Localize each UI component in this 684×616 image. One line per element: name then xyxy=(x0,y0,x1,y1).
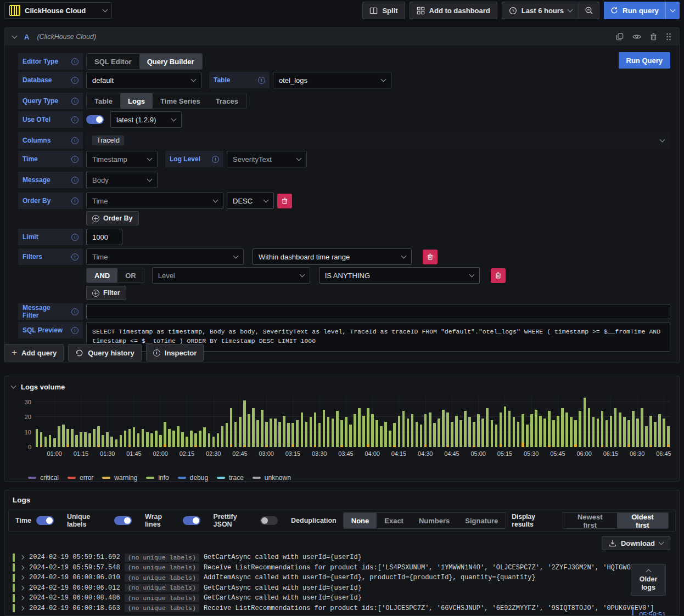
bar[interactable] xyxy=(520,396,525,447)
time-column-select[interactable]: Timestamp xyxy=(86,151,158,167)
bar[interactable] xyxy=(225,396,229,447)
unique-labels-toggle[interactable] xyxy=(114,516,132,525)
bar[interactable] xyxy=(591,396,596,447)
logs-volume-header[interactable]: Logs volume xyxy=(12,381,672,393)
bar[interactable] xyxy=(185,396,189,447)
bar[interactable] xyxy=(490,396,494,447)
download-button[interactable]: Download xyxy=(602,536,670,550)
drag-handle-icon[interactable] xyxy=(666,33,671,41)
bar[interactable] xyxy=(313,396,317,447)
hide-response-eye-icon[interactable] xyxy=(632,33,641,41)
bar[interactable] xyxy=(498,396,503,447)
bar[interactable] xyxy=(74,396,79,447)
info-icon[interactable]: i xyxy=(71,234,79,241)
bar[interactable] xyxy=(361,396,366,447)
log-row[interactable]: 2024-02-19 06:00:18.663(no unique labels… xyxy=(13,603,676,614)
log-level-select[interactable]: SeverityText xyxy=(227,151,307,167)
expand-log-chevron-icon[interactable] xyxy=(20,555,24,560)
info-icon[interactable]: i xyxy=(71,116,79,123)
bar[interactable] xyxy=(65,396,70,447)
bar[interactable] xyxy=(171,396,176,447)
bar[interactable] xyxy=(229,396,233,447)
info-icon[interactable]: i xyxy=(71,177,79,184)
bar[interactable] xyxy=(238,396,242,447)
bar[interactable] xyxy=(658,396,662,447)
bar[interactable] xyxy=(39,396,43,447)
option-or[interactable]: OR xyxy=(117,268,144,282)
info-icon[interactable]: i xyxy=(212,156,219,163)
bar[interactable] xyxy=(445,396,450,447)
run-query-button[interactable]: Run query xyxy=(604,2,665,19)
bar[interactable] xyxy=(158,396,162,447)
bar[interactable] xyxy=(132,396,136,447)
remove-order-by-button[interactable] xyxy=(277,194,292,208)
bar[interactable] xyxy=(414,396,419,447)
bar[interactable] xyxy=(105,396,110,447)
expand-log-chevron-icon[interactable] xyxy=(20,596,24,600)
option-none[interactable]: None xyxy=(344,513,377,528)
bar[interactable] xyxy=(251,396,255,447)
bar[interactable] xyxy=(242,396,246,447)
legend-item-unknown[interactable]: unknown xyxy=(253,474,291,482)
info-icon[interactable]: i xyxy=(71,98,79,105)
bar[interactable] xyxy=(644,396,648,447)
bar[interactable] xyxy=(273,396,278,447)
bar[interactable] xyxy=(366,396,371,447)
bar[interactable] xyxy=(609,396,613,447)
bar[interactable] xyxy=(348,396,352,447)
bar[interactable] xyxy=(574,396,578,447)
bar[interactable] xyxy=(613,396,618,447)
filter-operator-select[interactable]: Within dashboard time range xyxy=(253,248,412,265)
bar[interactable] xyxy=(393,396,397,447)
bar[interactable] xyxy=(472,396,476,447)
bar[interactable] xyxy=(410,396,414,447)
bar[interactable] xyxy=(428,396,432,447)
expand-log-chevron-icon[interactable] xyxy=(20,566,24,570)
bar[interactable] xyxy=(317,396,322,447)
option-newest-first[interactable]: Newest first xyxy=(563,513,617,528)
bar[interactable] xyxy=(83,396,88,447)
bar[interactable] xyxy=(339,396,344,447)
bar[interactable] xyxy=(379,396,384,447)
legend-item-error[interactable]: error xyxy=(68,474,93,482)
bar[interactable] xyxy=(534,396,538,447)
bar[interactable] xyxy=(145,396,149,447)
bar[interactable] xyxy=(596,396,600,447)
time-range-picker[interactable]: Last 6 hours xyxy=(502,2,579,19)
legend-item-debug[interactable]: debug xyxy=(178,474,208,482)
bar[interactable] xyxy=(618,396,622,447)
info-icon[interactable]: i xyxy=(71,77,79,84)
add-query-button[interactable]: +Add query xyxy=(4,344,64,361)
collapse-chevron-icon[interactable] xyxy=(12,33,18,39)
bar[interactable] xyxy=(189,396,194,447)
bar[interactable] xyxy=(309,396,313,447)
bar[interactable] xyxy=(494,396,498,447)
bar[interactable] xyxy=(127,396,132,447)
option-sql-editor[interactable]: SQL Editor xyxy=(87,54,139,69)
filter-field-select[interactable]: Time xyxy=(86,248,244,265)
bar[interactable] xyxy=(481,396,485,447)
bar[interactable] xyxy=(371,396,375,447)
query-row-header[interactable]: A (ClickHouse Cloud) xyxy=(5,28,679,46)
bar[interactable] xyxy=(388,396,393,447)
bar[interactable] xyxy=(384,396,388,447)
log-row[interactable]: 2024-02-19 05:59:57.548(no unique labels… xyxy=(13,563,676,573)
otel-version-select[interactable]: latest (1.2.9) xyxy=(110,111,182,128)
option-logs[interactable]: Logs xyxy=(120,93,153,109)
bar[interactable] xyxy=(587,396,591,447)
bar[interactable] xyxy=(485,396,490,447)
bar[interactable] xyxy=(542,396,547,447)
bar[interactable] xyxy=(344,396,348,447)
bar[interactable] xyxy=(123,396,127,447)
bar[interactable] xyxy=(43,396,48,447)
bar[interactable] xyxy=(181,396,185,447)
info-icon[interactable]: i xyxy=(71,197,79,205)
bar[interactable] xyxy=(600,396,604,447)
bar[interactable] xyxy=(300,396,304,447)
log-row[interactable]: 2024-02-19 06:00:06.010(no unique labels… xyxy=(13,573,676,583)
bar[interactable] xyxy=(635,396,640,447)
bar[interactable] xyxy=(419,396,423,447)
split-button[interactable]: Split xyxy=(362,2,405,19)
bar[interactable] xyxy=(264,396,268,447)
bar[interactable] xyxy=(352,396,357,447)
